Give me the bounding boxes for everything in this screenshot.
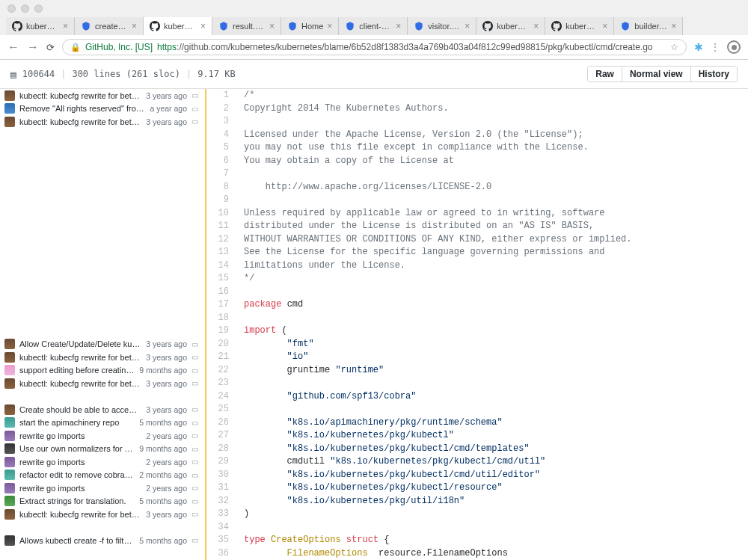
reblame-icon[interactable]: ▭ [191,471,200,479]
reblame-icon[interactable]: ▭ [191,379,200,387]
url-bar[interactable]: 🔒 GitHub, Inc. [US] https://github.com/k… [62,39,687,55]
reblame-icon[interactable]: ▭ [191,510,200,518]
reblame-icon[interactable]: ▭ [191,419,200,427]
reblame-icon[interactable]: ▭ [191,405,200,413]
normal-view-button[interactable]: Normal view [622,67,691,81]
line-number[interactable]: 35 [214,534,229,547]
commit-message[interactable]: support editing before creating reso... [19,366,135,375]
history-button[interactable]: History [691,67,737,81]
reblame-icon[interactable]: ▭ [191,340,200,348]
browser-tab[interactable]: create.go —× [75,17,144,35]
reblame-icon[interactable]: ▭ [191,366,200,375]
reblame-icon[interactable]: ▭ [191,484,200,492]
commit-message[interactable]: rewrite go imports [19,431,141,440]
browser-tab[interactable]: client-go — k× [339,17,408,35]
kebab-menu-icon[interactable]: ⋮ [711,42,720,52]
line-number[interactable]: 12 [214,233,229,247]
blame-row[interactable]: support editing before creating reso...9… [0,364,205,378]
line-number[interactable]: 10 [214,207,229,221]
raw-button[interactable]: Raw [588,67,622,81]
browser-tab[interactable]: kubernetes/r× [6,17,75,35]
blame-row[interactable]: rewrite go imports2 years ago▭ [0,481,205,495]
line-number[interactable]: 25 [214,403,229,416]
blame-row[interactable]: kubectl: kubecfg rewrite for better m...… [0,377,205,390]
blame-row[interactable]: Extract strings for translation.5 months… [0,495,205,508]
line-number[interactable]: 11 [214,220,229,233]
commit-message[interactable]: start the apimachinery repo [19,418,135,427]
line-number[interactable]: 32 [214,495,229,508]
line-number[interactable]: 17 [214,298,229,312]
blame-row[interactable]: Create should be able to accept mult...3… [0,403,205,416]
nav-reload-icon[interactable]: ⟳ [46,42,55,53]
tab-close-icon[interactable]: × [671,21,676,31]
profile-avatar-icon[interactable] [727,40,741,54]
line-number[interactable]: 16 [214,286,229,299]
tab-close-icon[interactable]: × [327,21,332,31]
commit-message[interactable]: kubectl: kubecfg rewrite for better m... [19,379,141,388]
blame-row[interactable]: refactor edit to remove cobra depen...2 … [0,469,205,482]
commit-message[interactable]: rewrite go imports [19,484,141,493]
commit-message[interactable]: Extract strings for translation. [19,496,135,505]
line-number[interactable]: 18 [214,312,229,325]
blame-row[interactable]: Allow Create/Update/Delete kubectl ...3 … [0,338,205,351]
line-number[interactable]: 3 [214,115,229,129]
blame-row[interactable]: start the apimachinery repo5 months ago▭ [0,416,205,430]
tab-close-icon[interactable]: × [533,21,539,31]
tab-close-icon[interactable]: × [396,21,401,31]
line-number[interactable]: 7 [214,167,229,181]
nav-forward-icon[interactable]: → [27,40,39,54]
line-number[interactable]: 21 [214,351,229,364]
blame-row[interactable]: kubectl: kubecfg rewrite for better m...… [0,115,205,129]
line-number[interactable]: 30 [214,469,229,482]
line-number[interactable]: 19 [214,324,229,338]
line-number[interactable]: 4 [214,129,229,142]
line-number[interactable]: 2 [214,102,229,116]
blame-row[interactable]: kubectl: kubecfg rewrite for better m...… [0,351,205,364]
blame-row[interactable]: Use our own normalizers for cmd exa...9 … [0,443,205,456]
browser-tab[interactable]: result.go — k× [212,17,281,35]
reblame-icon[interactable]: ▭ [191,536,200,544]
reblame-icon[interactable]: ▭ [191,91,200,99]
line-number[interactable]: 33 [214,508,229,521]
line-number[interactable]: 15 [214,272,229,286]
blame-row[interactable]: rewrite go imports2 years ago▭ [0,429,205,443]
reblame-icon[interactable]: ▭ [191,117,200,126]
commit-message[interactable]: Allows kubectl create -f to filter by s.… [19,536,135,545]
blame-row[interactable]: kubectl: kubecfg rewrite for better m...… [0,89,205,102]
reblame-icon[interactable]: ▭ [191,497,200,505]
browser-tab[interactable]: visitor.go —× [408,17,476,35]
blame-row[interactable]: Allows kubectl create -f to filter by s.… [0,534,205,547]
blame-row[interactable]: Remove "All rights reserved" from all...… [0,102,205,116]
line-number[interactable]: 6 [214,155,229,168]
browser-tab[interactable]: Home× [281,17,339,35]
line-number[interactable]: 24 [214,390,229,404]
commit-message[interactable]: Remove "All rights reserved" from all... [19,104,145,113]
line-number[interactable]: 9 [214,194,229,207]
line-number[interactable]: 31 [214,481,229,495]
commit-message[interactable]: kubectl: kubecfg rewrite for better m... [19,117,141,126]
reblame-icon[interactable]: ▭ [191,445,200,453]
tab-close-icon[interactable]: × [602,21,607,31]
line-number[interactable]: 36 [214,547,229,561]
line-number[interactable]: 34 [214,521,229,535]
line-number[interactable]: 26 [214,416,229,430]
browser-tab[interactable]: kubernetes/h× [144,17,212,35]
line-number[interactable]: 27 [214,429,229,443]
tab-close-icon[interactable]: × [63,21,68,31]
tab-close-icon[interactable]: × [132,21,137,31]
line-number[interactable]: 20 [214,338,229,351]
blame-row[interactable]: kubectl: kubecfg rewrite for better m...… [0,508,205,521]
tab-close-icon[interactable]: × [200,21,206,31]
window-minimize-icon[interactable] [21,4,29,13]
line-number[interactable]: 5 [214,141,229,155]
line-number[interactable]: 8 [214,181,229,194]
tab-close-icon[interactable]: × [269,21,275,31]
line-number[interactable]: 22 [214,364,229,378]
blame-row[interactable]: rewrite go imports2 years ago▭ [0,455,205,469]
commit-message[interactable]: kubectl: kubecfg rewrite for better m... [19,510,141,519]
browser-tab[interactable]: builder.go —× [614,17,683,35]
browser-tab[interactable]: kubernetes/t× [545,17,614,35]
reblame-icon[interactable]: ▭ [191,458,200,466]
bookmark-star-icon[interactable]: ☆ [670,42,678,52]
extension-icon[interactable]: ✱ [694,41,703,53]
